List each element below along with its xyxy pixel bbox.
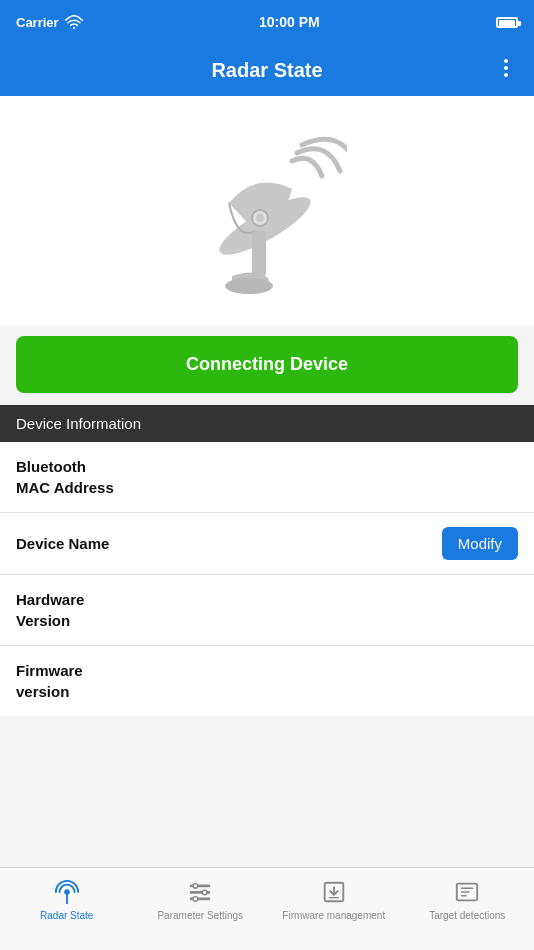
firmware-management-tab-icon	[320, 878, 348, 906]
device-info-section: BluetoothMAC Address Device Name Modify …	[0, 442, 534, 716]
firmware-version-row: Firmwareversion	[0, 646, 534, 716]
carrier-label: Carrier	[16, 15, 59, 30]
svg-point-16	[193, 897, 198, 902]
parameter-settings-tab-label: Parameter Settings	[157, 910, 243, 921]
svg-point-14	[193, 884, 198, 889]
battery-icon	[496, 17, 518, 28]
target-detections-tab-icon	[453, 878, 481, 906]
more-menu-button[interactable]	[494, 56, 518, 84]
hardware-version-label: HardwareVersion	[16, 589, 84, 631]
svg-rect-7	[252, 231, 266, 276]
radar-icon	[187, 131, 347, 301]
svg-point-6	[256, 214, 264, 222]
radar-state-tab-icon	[53, 878, 81, 906]
firmware-version-label: Firmwareversion	[16, 660, 83, 702]
svg-point-3	[504, 73, 508, 77]
radar-state-tab-label: Radar State	[40, 910, 93, 921]
status-time: 10:00 PM	[259, 14, 320, 30]
svg-point-2	[504, 66, 508, 70]
parameter-settings-tab-icon	[186, 878, 214, 906]
tab-target-detections[interactable]: Target detections	[401, 876, 535, 921]
status-bar: Carrier 10:00 PM	[0, 0, 534, 44]
device-info-section-header: Device Information	[0, 405, 534, 442]
main-content: Connecting Device Device Information Blu…	[0, 96, 534, 867]
tab-parameter-settings[interactable]: Parameter Settings	[134, 876, 268, 921]
hardware-version-row: HardwareVersion	[0, 575, 534, 646]
svg-point-0	[73, 27, 75, 29]
modify-button[interactable]: Modify	[442, 527, 518, 560]
tab-radar-state[interactable]: Radar State	[0, 876, 134, 921]
svg-point-8	[225, 278, 273, 294]
tab-firmware-management[interactable]: Firmware management	[267, 876, 401, 921]
wifi-icon	[65, 15, 83, 29]
app-header: Radar State	[0, 44, 534, 96]
svg-point-15	[203, 890, 208, 895]
device-name-row: Device Name Modify	[0, 513, 534, 575]
svg-point-1	[504, 59, 508, 63]
status-right	[496, 17, 518, 28]
bluetooth-mac-row: BluetoothMAC Address	[0, 442, 534, 513]
radar-icon-area	[0, 96, 534, 326]
connecting-device-button[interactable]: Connecting Device	[16, 336, 518, 393]
device-name-label: Device Name	[16, 533, 109, 554]
tab-bar: Radar State Parameter Settings Fir	[0, 867, 534, 950]
firmware-management-tab-label: Firmware management	[282, 910, 385, 921]
page-title: Radar State	[211, 59, 322, 82]
bluetooth-mac-label: BluetoothMAC Address	[16, 456, 114, 498]
target-detections-tab-label: Target detections	[429, 910, 505, 921]
status-left: Carrier	[16, 15, 83, 30]
